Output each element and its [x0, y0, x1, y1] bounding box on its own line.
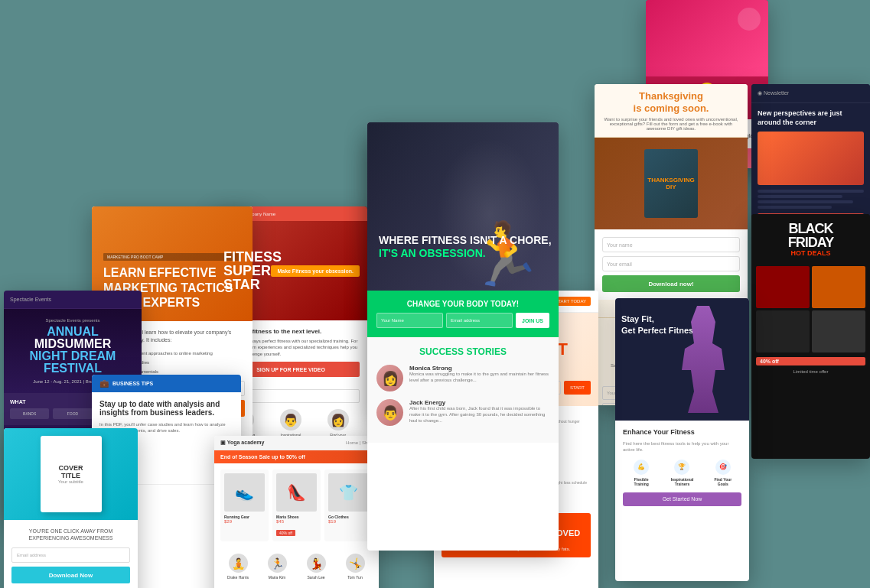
thanksgiving-title: Thanksgiving is coming soon. — [601, 90, 741, 114]
thanksgiving-email-field[interactable]: Your email — [602, 256, 740, 271]
yoga-logo: ▣ Yoga academy — [220, 440, 264, 446]
stay-fit-features: 💪 FlexibleTraining 🏆 InspirationalTraine… — [623, 460, 741, 486]
cover-email-field[interactable]: Email address — [11, 547, 130, 563]
story-1-name: Monica Strong — [409, 365, 549, 372]
festival-dream: Night Dream — [30, 349, 116, 362]
thanksgiving-book-area: THANKSGIVING DIY — [595, 138, 748, 229]
trainer-2-avatar: 👨 — [280, 409, 301, 430]
get-started-btn[interactable]: Get Started Now — [623, 492, 741, 506]
success-section: SUCCESS STORIES 👩 Monica Strong Monica w… — [367, 337, 559, 443]
fitness-obsession-hero: WHERE FITNESS ISN'T A CHORE, IT'S AN OBS… — [367, 122, 559, 291]
bf-footer: Limited time offer — [751, 369, 870, 374]
product-3-price: $19 — [328, 519, 369, 524]
product-2-price: $45 — [276, 519, 317, 524]
burn-fat-cta[interactable]: START — [564, 381, 591, 395]
marketing-tag: MARKETING PRO BOOT CAMP — [103, 253, 241, 261]
story-2-avatar: 👨 — [376, 399, 403, 426]
feature-2-name: InspirationalTrainers — [663, 477, 700, 486]
thanksgiving-name-field[interactable]: Your name — [602, 237, 740, 252]
story-2-text: Jack Energy After his first child was bo… — [409, 399, 549, 426]
join-btn[interactable]: JOIN US — [516, 313, 549, 328]
make-it-text: Make Fitness your obsession. — [271, 265, 360, 277]
card-cover: COVERTITLE Your subtitle YOU'RE ONE CLIC… — [4, 428, 138, 588]
what-item-2: FOOD — [53, 408, 92, 419]
bf-title: BLACKFRIDAY — [758, 222, 864, 249]
hero-accent: IT'S AN OBSESSION. — [379, 247, 486, 259]
story-1: 👩 Monica Strong Monica was struggling to… — [376, 365, 549, 391]
success-title: SUCCESS STORIES — [376, 346, 549, 357]
story-1-avatar: 👩 — [376, 365, 403, 391]
feature-3-icon: 🎯 — [715, 460, 731, 475]
instructor-2: 🏃 Maria Kim — [259, 554, 295, 580]
green-bar-text: CHANGE YOUR BODY TODAY! — [376, 300, 549, 308]
instr-2-name: Maria Kim — [259, 575, 295, 580]
obsession-form: Your Name Email address JOIN US — [376, 313, 549, 328]
bf-product-3 — [756, 310, 810, 352]
festival-logo: Spectacle Events — [10, 297, 135, 302]
product-3-img: 👕 — [328, 473, 369, 512]
cover-tagline: YOU'RE ONE CLICK AWAY FROM EXPERIENCING … — [11, 528, 130, 541]
instructor-3: 💃 Sarah Lee — [298, 554, 334, 580]
fitness-star-title: FITNESSSUPERSTAR — [223, 250, 282, 291]
festival-logo-area: Spectacle Events — [4, 291, 142, 309]
perspectives-content: New perspectives are just around the cor… — [751, 103, 870, 231]
cover-content: YOU'RE ONE CLICK AWAY FROM EXPERIENCING … — [4, 520, 138, 588]
product-2: 👠 Maria Shoes $45 40% off — [272, 469, 321, 541]
festival-presents: Spectacle Events presents — [13, 318, 132, 323]
thanksgiving-coming: Thanksgiving is coming soon. Want to sur… — [595, 84, 748, 138]
story-1-text: Monica Strong Monica was struggling to m… — [409, 365, 549, 391]
instr-4-avatar: 🤸 — [346, 554, 365, 573]
black-friday-header: BLACKFRIDAY HOT DEALS — [751, 214, 870, 262]
instr-1-name: Drake Harris — [220, 575, 256, 580]
stay-fit-title: Stay Fit,Get Perfect Fitness — [621, 313, 698, 337]
instructor-4: 🤸 Tom Yun — [337, 554, 373, 580]
feature-2: 🏆 InspirationalTrainers — [663, 460, 700, 486]
feature-3-name: Find YourGoals — [705, 477, 741, 486]
story-1-desc: Monica was struggling to make it to the … — [409, 372, 549, 384]
cover-download-btn[interactable]: Download Now — [11, 567, 130, 583]
instructor-row: 🧘 Drake Harris 🏃 Maria Kim 💃 Sarah Lee 🤸… — [220, 554, 373, 580]
festival-word: Festival — [44, 362, 102, 375]
cover-book-title: COVERTITLE — [58, 464, 83, 479]
story-2-desc: After his first child was born, Jack fou… — [409, 406, 549, 424]
bf-products — [751, 262, 870, 357]
athlete-figure — [436, 138, 543, 291]
enhance-title: Enhance Your Fitness — [623, 428, 741, 436]
yoga-products: 👟 Running Gear $29 👠 Maria Shoes $45 40%… — [214, 463, 379, 547]
festival-title: Annual Midsummer Night Dream Festival — [13, 326, 132, 375]
feature-1: 💪 FlexibleTraining — [623, 460, 660, 486]
fitness-star-hero-left: FITNESSSUPERSTAR — [223, 250, 282, 291]
product-3: 👕 Go Clothes $19 — [324, 469, 373, 541]
hero-text: WHERE FITNESS ISN'T A CHORE, IT'S AN OBS… — [379, 234, 552, 260]
thanksgiving-book: THANKSGIVING DIY — [644, 149, 698, 218]
sale-tag: 40% off — [276, 530, 295, 536]
business-header-text: BUSINESS TIPS — [112, 381, 153, 386]
instr-3-avatar: 💃 — [307, 554, 326, 573]
instr-4-name: Tom Yun — [337, 575, 373, 580]
cover-header: COVERTITLE Your subtitle — [4, 428, 138, 520]
festival-night: Midsummer — [34, 337, 111, 350]
obsession-name-field[interactable]: Your Name — [376, 313, 443, 328]
business-icon: 💼 — [99, 379, 109, 388]
enhance-text: Find here the best fitness tools to help… — [623, 440, 741, 453]
product-1-img: 👟 — [224, 473, 265, 512]
card-stay-fit: Stay Fit,Get Perfect Fitness Enhance You… — [615, 298, 749, 581]
perspectives-headline: New perspectives are just around the cor… — [758, 109, 864, 127]
perspectives-text — [758, 190, 864, 209]
yoga-section: 🧘 Drake Harris 🏃 Maria Kim 💃 Sarah Lee 🤸… — [214, 547, 379, 588]
hero-title: WHERE FITNESS ISN'T A CHORE, IT'S AN OBS… — [379, 234, 552, 260]
thanksgiving-download-btn[interactable]: Download now! — [602, 275, 740, 292]
feature-1-icon: 💪 — [634, 460, 649, 475]
business-header: 💼 BUSINESS TIPS — [92, 375, 241, 392]
bf-sale-badge: 40% off — [756, 357, 865, 365]
product-1-price: $29 — [224, 519, 265, 524]
obsession-email-field[interactable]: Email address — [446, 313, 513, 328]
feature-2-icon: 🏆 — [674, 460, 689, 475]
what-item-1: BANDS — [10, 408, 49, 419]
product-2-img: 👠 — [276, 473, 317, 512]
card-black-friday: BLACKFRIDAY HOT DEALS 40% off Limited ti… — [751, 214, 870, 459]
trainer-3-avatar: 👩 — [327, 409, 349, 430]
card-fitness-obsession: WHERE FITNESS ISN'T A CHORE, IT'S AN OBS… — [367, 122, 559, 551]
feature-3: 🎯 Find YourGoals — [705, 460, 741, 486]
cover-book: COVERTITLE Your subtitle — [41, 436, 102, 512]
